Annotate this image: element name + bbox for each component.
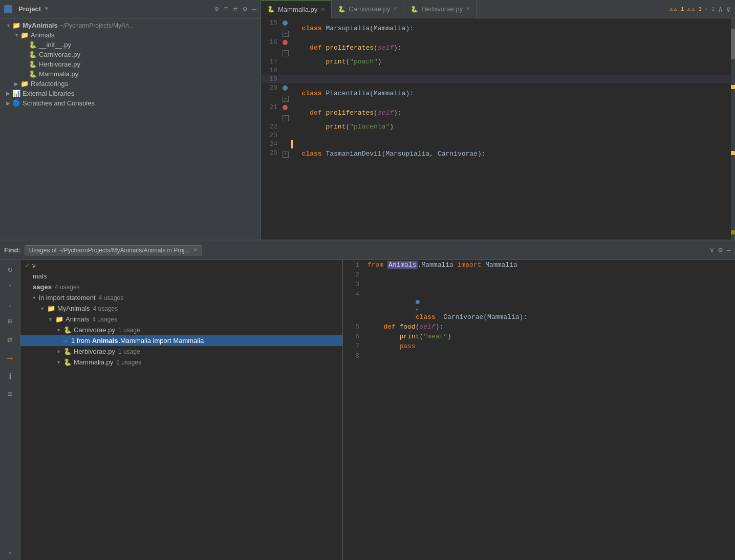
find-minimize-icon[interactable]: — xyxy=(727,246,731,254)
project-chevron-icon[interactable]: ▼ xyxy=(45,6,48,12)
tree-item-mammalia[interactable]: 🐍 Mammalia.py xyxy=(0,69,261,79)
tab-close-carnivorae[interactable]: ✕ xyxy=(393,6,398,12)
nav-down-icon[interactable]: ∨ xyxy=(726,4,731,14)
tree-item-myanimals[interactable]: ▾ 📁 MyAnimals ~/PycharmProjects/MyAn... xyxy=(0,20,261,30)
preview-code-8 xyxy=(363,351,735,361)
breakpoint-15[interactable] xyxy=(283,20,288,26)
arrow-selected-icon: → xyxy=(61,337,68,344)
tab-herbivorae[interactable]: 🐍 Herbivorae.py ✕ xyxy=(404,0,477,18)
find-toolbar: Find: Usages of ~/PycharmProjects/MyAnim… xyxy=(0,241,735,260)
tree-label-scratches: Scratches and Consoles xyxy=(23,99,95,107)
find-expand-icon[interactable]: ∨ xyxy=(710,246,714,254)
folder-icon-animals-result: 📁 xyxy=(55,315,63,323)
tab-carnivorae[interactable]: 🐍 Carnivorae.py ✕ xyxy=(332,0,404,18)
tab-label-mammalia: Mammalia.py xyxy=(278,6,317,13)
result-item-usages[interactable]: sages 4 usages xyxy=(20,282,342,292)
code-editor-area[interactable]: 15 − class Marsupialia(Mammalia): 16 − d… xyxy=(261,18,735,240)
line-gutter-21: − xyxy=(282,103,292,122)
tree-item-init[interactable]: 🐍 __init__.py xyxy=(0,40,261,50)
line-gutter-17 xyxy=(282,57,292,66)
preview-line-4: 4 ▾ class Carnivorae(Mammalia): xyxy=(343,289,735,322)
result-item-mals[interactable]: mals xyxy=(20,271,342,282)
line-code-15: class Marsupialia(Mammalia): xyxy=(292,18,735,38)
result-item-import[interactable]: ▾ in import statement 4 usages xyxy=(20,292,342,303)
result-item-mammalia-result[interactable]: ▾ 🐍 Mammalia.py 2 usages xyxy=(20,357,342,368)
refresh-action[interactable]: ↻ xyxy=(6,262,15,276)
result-label-mammalia-result: Mammalia.py xyxy=(74,358,113,366)
line-gutter-22 xyxy=(282,122,292,131)
expand-icon-refactorings: ▶ xyxy=(12,81,20,87)
find-tab[interactable]: Usages of ~/PycharmProjects/MyAnimals/An… xyxy=(25,245,202,255)
tree-item-carnivorae[interactable]: 🐍 Carnivorae.py xyxy=(0,50,261,59)
navigate-action[interactable]: → xyxy=(5,351,15,365)
arrow-animals: ▾ xyxy=(49,316,55,322)
py-plain-icon: 🐍 xyxy=(29,41,37,49)
tree-item-scratches[interactable]: ▶ 🔵 Scratches and Consoles xyxy=(0,98,261,108)
code-line-23: 23 xyxy=(261,131,735,140)
scrollbar-marker-yellow2 xyxy=(731,151,735,155)
fold-btn-20[interactable]: − xyxy=(283,96,289,102)
up-action[interactable]: ↑ xyxy=(6,281,15,294)
fold-btn-15[interactable]: − xyxy=(283,31,289,37)
result-label-usages: sages xyxy=(33,283,52,291)
swap-action[interactable]: ⇄ xyxy=(5,332,15,347)
info-action[interactable]: ℹ xyxy=(7,370,14,384)
result-label-import: in import statement xyxy=(39,294,96,301)
breakpoint-16[interactable] xyxy=(283,40,288,45)
tree-item-refactorings[interactable]: ▶ 📁 Refactorings xyxy=(0,79,261,89)
editor-scrollbar[interactable] xyxy=(731,18,735,240)
minimize-icon[interactable]: — xyxy=(252,5,256,13)
line-num-24: 24 xyxy=(261,140,282,148)
line-num-19: 19 xyxy=(261,75,282,83)
fold-btn-21[interactable]: − xyxy=(283,115,289,121)
line-gutter-23 xyxy=(282,131,292,140)
result-item-check[interactable]: ✓ v xyxy=(20,260,342,271)
line-gutter-25: + xyxy=(282,148,292,159)
tab-mammalia[interactable]: 🐍 Mammalia.py ✕ xyxy=(261,0,332,18)
line-num-23: 23 xyxy=(261,131,282,140)
expand-sidebar-action[interactable]: » xyxy=(6,548,13,558)
result-item-selected[interactable]: → 1 from Animals.Mammalia import Mammali… xyxy=(20,335,342,346)
preview-panel[interactable]: 1 from Animals.Mammalia import Mammalia … xyxy=(343,260,735,560)
preview-code-6: print("meat") xyxy=(363,332,735,341)
tree-item-herbivorae[interactable]: 🐍 Herbivorae.py xyxy=(0,59,261,69)
py-icon-herbivorae-tab: 🐍 xyxy=(410,6,418,13)
fold-btn-16[interactable]: − xyxy=(283,50,289,56)
bottom-content: ↻ ↑ ↓ ⊞ ⇄ → ℹ ≡ » ✓ v mals xyxy=(0,260,735,560)
preview-code-7: pass xyxy=(363,341,735,351)
settings-icon[interactable]: ⚙ xyxy=(243,5,247,13)
tab-close-herbivorae[interactable]: ✕ xyxy=(466,6,470,12)
find-tab-close[interactable]: ✕ xyxy=(193,247,198,253)
result-item-animals-result[interactable]: ▾ 📁 Animals 4 usages xyxy=(20,314,342,325)
warning-badge-1: ⚠ ⚠ 1 xyxy=(669,6,684,12)
line-num-15: 15 xyxy=(261,18,282,38)
bottom-section: Find: Usages of ~/PycharmProjects/MyAnim… xyxy=(0,241,735,560)
locate-icon[interactable]: ⊕ xyxy=(214,5,219,13)
nav-up-icon[interactable]: ∧ xyxy=(718,4,723,14)
breakpoint-21[interactable] xyxy=(283,105,288,110)
project-toolbar: Project ▼ ⊕ ≡ ⇄ ⚙ — xyxy=(0,0,261,18)
fold-btn-25[interactable]: + xyxy=(283,152,289,158)
expand-icon-extlibs: ▶ xyxy=(4,91,12,96)
tree-item-animals[interactable]: ▾ 📁 Animals xyxy=(0,30,261,40)
tree-item-external-libraries[interactable]: ▶ 📊 External Libraries xyxy=(0,89,261,98)
tab-close-mammalia[interactable]: ✕ xyxy=(320,6,325,13)
result-item-myanimals[interactable]: ▾ 📁 MyAnimals 4 usages xyxy=(20,303,342,314)
editor-scrollbar-thumb[interactable] xyxy=(731,29,735,59)
preview-line-2: 2 xyxy=(343,270,735,279)
find-tab-label: Usages of ~/PycharmProjects/MyAnimals/An… xyxy=(29,247,190,254)
result-item-herbivorae-result[interactable]: ▾ 🐍 Herbivorae.py 1 usage xyxy=(20,346,342,357)
collapse-icon[interactable]: ≡ xyxy=(224,5,228,13)
line-gutter-20: − xyxy=(282,83,292,103)
down-action[interactable]: ↓ xyxy=(6,298,15,311)
line-num-20: 20 xyxy=(261,83,282,103)
find-settings-icon[interactable]: ⚙ xyxy=(718,246,722,254)
line-code-19 xyxy=(292,75,735,83)
sort-icon[interactable]: ⇄ xyxy=(233,5,237,13)
group-action[interactable]: ⊞ xyxy=(6,315,14,328)
sort-action[interactable]: ≡ xyxy=(6,388,15,401)
py-yellow-icon-mammalia: 🐍 xyxy=(29,70,37,78)
breakpoint-20[interactable] xyxy=(283,85,288,91)
result-item-carnivorae-result[interactable]: ▾ 🐍 Carnivorae.py 1 usage xyxy=(20,325,342,335)
line-code-24 xyxy=(292,140,735,148)
